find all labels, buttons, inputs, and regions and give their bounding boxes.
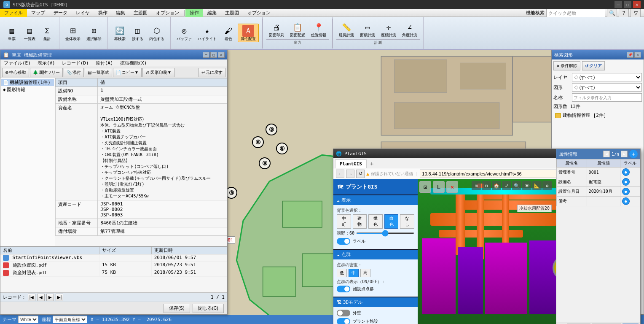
- display-section[interactable]: ☁ 表示: [333, 195, 418, 205]
- fov-slider[interactable]: [356, 232, 414, 234]
- search-tree-item-building[interactable]: 建物情報管理 [2件]: [553, 111, 642, 119]
- save-button[interactable]: 保存(S): [164, 304, 190, 313]
- ribbon-btn-touch[interactable]: ◫ 接する: [129, 24, 146, 42]
- view-close-btn[interactable]: ✕: [446, 181, 458, 193]
- view-ctrl-3[interactable]: 🏠: [492, 181, 501, 190]
- close-btn[interactable]: ✕: [633, 1, 641, 8]
- attr-menu-view[interactable]: 表示(V): [34, 59, 59, 67]
- label-btn-3[interactable]: ●: [622, 188, 630, 195]
- nav-last-btn[interactable]: ▶|: [56, 294, 63, 301]
- list-item[interactable]: 資産対照表.pdf 75 KB 2018/05/23 9:51: [0, 269, 227, 277]
- menu-theme[interactable]: 主題図: [129, 9, 152, 17]
- coord-select[interactable]: 平面直角座標: [53, 316, 87, 323]
- menu-layer[interactable]: レイヤ: [72, 9, 94, 17]
- bg-btn-building[interactable]: 建物: [353, 214, 367, 229]
- menu-edit[interactable]: 編集: [112, 9, 129, 17]
- ribbon-btn-highlight[interactable]: ★ ハイライト: [195, 24, 219, 43]
- search-panel-close-btn[interactable]: ✕: [634, 52, 641, 58]
- ribbon-btn-list[interactable]: ▤ 一覧表: [21, 24, 38, 42]
- back-btn[interactable]: ←: [336, 170, 344, 178]
- nav-cube-btn[interactable]: ⊡: [419, 181, 431, 193]
- exterior-toggle[interactable]: [337, 310, 350, 316]
- ribbon-btn-angle[interactable]: ∠ 角度計測: [400, 20, 420, 38]
- ribbon-btn-length[interactable]: 📏 延長計測: [336, 20, 357, 38]
- search-panel-pin-btn[interactable]: 📌: [627, 52, 633, 58]
- ribbon-btn-area[interactable]: ▭ 面積計測: [357, 20, 378, 38]
- attr-menu-record[interactable]: レコード(D): [59, 59, 92, 67]
- view-ctrl-7[interactable]: 📐: [532, 181, 542, 190]
- label-btn-2[interactable]: ●: [622, 179, 630, 186]
- density-mid-btn[interactable]: 中: [349, 269, 359, 277]
- attr-menu-extend[interactable]: 拡張機能(X): [117, 59, 150, 67]
- view-ctrl-5[interactable]: 🔍: [512, 181, 521, 190]
- ribbon-btn-location[interactable]: 📍 位置情報: [309, 20, 329, 38]
- plant-toggle[interactable]: [337, 318, 350, 324]
- menu-edit2[interactable]: 編集: [203, 9, 221, 17]
- ribbon-btn-aggregate[interactable]: Σ 集計: [39, 24, 56, 42]
- ribbon-btn-attr-place[interactable]: Ａ 属性配置: [238, 24, 259, 43]
- ribbon-btn-deselect[interactable]: ⊡ 選択解除: [84, 24, 104, 42]
- attr-table-scroll[interactable]: 項目 値 設備NO 1 設備名称 旋盤荒加工設備一式: [55, 78, 227, 246]
- maximize-btn[interactable]: □: [624, 1, 631, 8]
- view-ctrl-4[interactable]: ⤢: [502, 181, 511, 190]
- label-toggle[interactable]: [337, 238, 350, 245]
- attr-tree-item-machine[interactable]: 📄 機械設備管理(1件): [1, 79, 54, 86]
- attr-tree-item-shape[interactable]: ◆ 図形情報: [1, 86, 54, 93]
- new-tab-btn[interactable]: +: [368, 159, 376, 168]
- browser-tab-plantgis[interactable]: PlantGIS: [335, 159, 367, 168]
- attr-listview-btn[interactable]: ▤ 一覧形式: [85, 68, 112, 77]
- attr-menu-file[interactable]: ファイル(E): [0, 59, 34, 67]
- ribbon-btn-buffer[interactable]: ◎ バッファ: [174, 24, 194, 43]
- ribbon-btn-color[interactable]: 🖌 着色: [220, 24, 237, 43]
- attr-figprint-btn[interactable]: 🖨 図形印刷▼: [142, 68, 174, 77]
- list-item[interactable]: StartInfiPointsViewer.vbs 2018/06/01 9:5…: [0, 254, 227, 262]
- attr-center-move-btn[interactable]: ⊕ 中心移動: [2, 68, 29, 77]
- ribbon-btn-print[interactable]: 🖨 図面印刷: [266, 20, 287, 38]
- minimize-btn[interactable]: ─: [614, 1, 622, 8]
- ribbon-btn-coord[interactable]: ✛ 座標計測: [378, 20, 399, 38]
- ribbon-btn-contain[interactable]: ⬡ 内包する: [147, 24, 167, 42]
- menu-operation2[interactable]: 操作: [185, 9, 203, 17]
- density-low-btn[interactable]: 低: [337, 269, 347, 277]
- ribbon-btn-fullview[interactable]: ⊞ 全体表示: [63, 24, 83, 42]
- attr-close-btn[interactable]: ✕: [218, 52, 225, 58]
- bg-btn-chuto[interactable]: 中町: [337, 214, 351, 229]
- attr-maximize-btn[interactable]: □: [210, 52, 217, 58]
- attr-menu-attach[interactable]: 添付(A): [92, 59, 117, 67]
- facility-toggle[interactable]: [337, 286, 350, 292]
- view-ctrl-2[interactable]: ⊟: [482, 181, 491, 190]
- quick-search-input[interactable]: [546, 9, 605, 17]
- view-ctrl-8[interactable]: ⚙: [542, 181, 552, 190]
- bg-btn-white[interactable]: 白色: [384, 214, 399, 229]
- attr-tree-btn[interactable]: 🌲 属性ツリー: [30, 68, 63, 77]
- ribbon-btn-single[interactable]: ▦ 単票: [3, 24, 20, 42]
- bg-btn-color[interactable]: 燃色: [368, 214, 383, 229]
- point-cloud-section[interactable]: ☁ 点群: [333, 250, 418, 259]
- name-filter-input[interactable]: [572, 93, 642, 102]
- refresh-btn[interactable]: ↺ クリア: [582, 61, 605, 70]
- menu-file[interactable]: ファイル: [0, 9, 27, 17]
- nav-next-btn[interactable]: ▶: [46, 294, 54, 301]
- menu-operation[interactable]: 操作: [94, 9, 112, 17]
- close-button[interactable]: 閉じる(C): [193, 304, 224, 313]
- menu-option[interactable]: オプション: [152, 9, 183, 17]
- attr-undo-btn[interactable]: ↩ 元に戻す: [199, 68, 225, 77]
- theme-select[interactable]: White: [18, 316, 38, 323]
- menu-map[interactable]: マップ: [27, 9, 49, 17]
- shape-select[interactable]: ◇ (すべて): [572, 83, 642, 92]
- search-submit-btn[interactable]: 🔍: [607, 9, 617, 17]
- clear-condition-btn[interactable]: ✕ 条件解除: [553, 61, 580, 70]
- ribbon-btn-layout[interactable]: 📋 図面配置: [287, 20, 308, 38]
- label-btn-4[interactable]: ●: [622, 197, 630, 205]
- expand-btn[interactable]: ▽: [631, 9, 641, 17]
- menu-option2[interactable]: オプション: [243, 9, 275, 17]
- nav-prev-btn[interactable]: ◀: [37, 294, 45, 301]
- ribbon-btn-research[interactable]: 🔄 再検索: [111, 24, 128, 42]
- layer-select[interactable]: ◇ (すべて): [572, 73, 642, 81]
- attr-copy-btn[interactable]: 📄 コピー▼: [113, 68, 142, 77]
- bg-btn-none[interactable]: なし: [400, 214, 414, 229]
- view-ctrl-6[interactable]: 👁: [522, 181, 531, 190]
- view-ctrl-1[interactable]: ⊞: [472, 181, 481, 190]
- menu-data[interactable]: データ: [49, 9, 72, 17]
- menu-theme2[interactable]: 主題図: [221, 9, 243, 17]
